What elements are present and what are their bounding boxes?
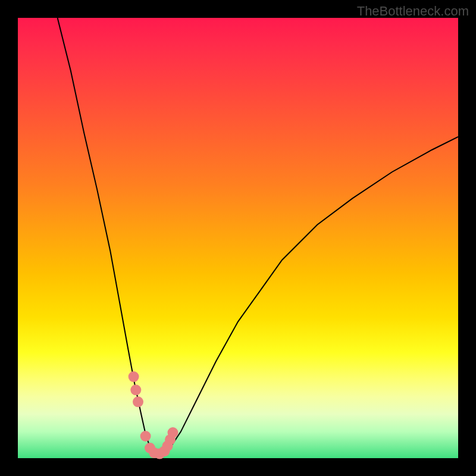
watermark-text: TheBottleneck.com (357, 4, 469, 19)
chart-svg (18, 18, 458, 458)
highlight-dot (140, 431, 151, 441)
highlight-dot (129, 371, 139, 382)
highlight-dot (168, 427, 178, 438)
highlight-dot (133, 396, 143, 407)
highlight-dots (129, 371, 178, 459)
chart-frame: TheBottleneck.com (0, 0, 476, 476)
highlight-dot (130, 384, 141, 395)
bottleneck-curve (58, 18, 458, 454)
